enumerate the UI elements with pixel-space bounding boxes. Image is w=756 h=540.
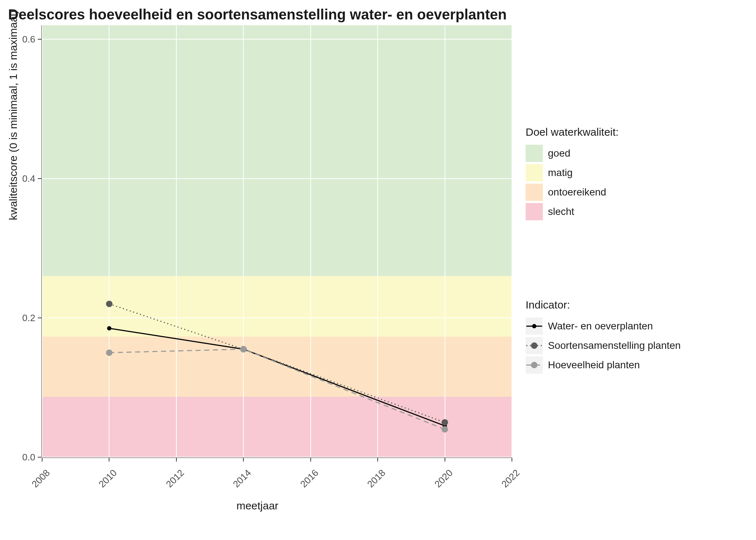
legend-indicator: Indicator: Water- en oeverplanten Soorte… [526, 299, 742, 376]
legend-label-series-2: Hoeveelheid planten [548, 359, 640, 371]
legend-item-series-2: Hoeveelheid planten [526, 356, 742, 374]
plot-area [42, 25, 512, 457]
swatch-series-0 [526, 318, 543, 335]
y-tick-label: 0.2 [14, 312, 35, 324]
legend-label-ontoereikend: ontoereikend [548, 186, 606, 198]
x-tick [109, 458, 109, 462]
x-axis-title: meetjaar [0, 500, 515, 512]
x-tick-label: 2022 [494, 467, 522, 495]
legend-bands: Doel waterkwaliteit: goed matig ontoerei… [526, 126, 742, 222]
swatch-ontoereikend [526, 184, 543, 201]
swatch-goed [526, 145, 543, 162]
y-axis-title: kwaliteitscore (0 is minimaal, 1 is maxi… [7, 0, 19, 241]
legend-bands-title: Doel waterkwaliteit: [526, 126, 742, 138]
x-tick-label: 2010 [91, 467, 119, 495]
y-tick [38, 39, 41, 40]
legend-label-series-1: Soortensamenstelling planten [548, 340, 681, 351]
x-tick [445, 458, 445, 462]
x-tick [512, 458, 512, 462]
svg-point-1 [532, 324, 536, 328]
swatch-matig [526, 164, 543, 181]
legend-item-slecht: slecht [526, 203, 742, 220]
legend-label-slecht: slecht [548, 206, 574, 217]
chart-title: Deelscores hoeveelheid en soortensamenst… [0, 6, 515, 23]
y-tick-label: 0.0 [14, 452, 35, 463]
series-point-0 [107, 326, 111, 330]
swatch-series-2 [526, 356, 543, 374]
svg-point-3 [531, 342, 537, 349]
series-point-2 [106, 350, 112, 356]
legend-item-ontoereikend: ontoereikend [526, 184, 742, 201]
swatch-slecht [526, 203, 543, 220]
legend-label-series-0: Water- en oeverplanten [548, 320, 653, 332]
y-tick [38, 178, 41, 179]
series-point-1 [106, 301, 112, 307]
plot-svg [42, 25, 512, 457]
y-tick [38, 318, 41, 318]
x-tick-label: 2008 [24, 467, 52, 495]
swatch-series-1 [526, 337, 543, 354]
x-tick-label: 2018 [360, 467, 388, 495]
x-tick-label: 2012 [158, 467, 186, 495]
y-tick [38, 457, 41, 458]
series-line-0 [109, 328, 445, 426]
series-line-1 [109, 304, 445, 422]
legend-item-series-0: Water- en oeverplanten [526, 318, 742, 335]
series-point-2 [442, 426, 448, 433]
legend-label-matig: matig [548, 167, 572, 179]
x-tick [310, 458, 311, 462]
legend-label-goed: goed [548, 148, 570, 159]
x-tick [176, 458, 177, 462]
x-tick-label: 2020 [427, 467, 455, 495]
legend-item-matig: matig [526, 164, 742, 181]
x-tick [42, 458, 42, 462]
x-tick [377, 458, 378, 462]
svg-point-5 [531, 362, 537, 368]
series-point-2 [240, 346, 247, 352]
series-point-1 [442, 419, 448, 426]
chart-container: Deelscores hoeveelheid en soortensamenst… [0, 0, 756, 540]
x-tick-label: 2016 [292, 467, 320, 495]
x-tick [243, 458, 244, 462]
legend-item-series-1: Soortensamenstelling planten [526, 337, 742, 354]
x-tick-label: 2014 [225, 467, 253, 495]
legend-indicator-title: Indicator: [526, 299, 742, 311]
legend-item-goed: goed [526, 145, 742, 162]
